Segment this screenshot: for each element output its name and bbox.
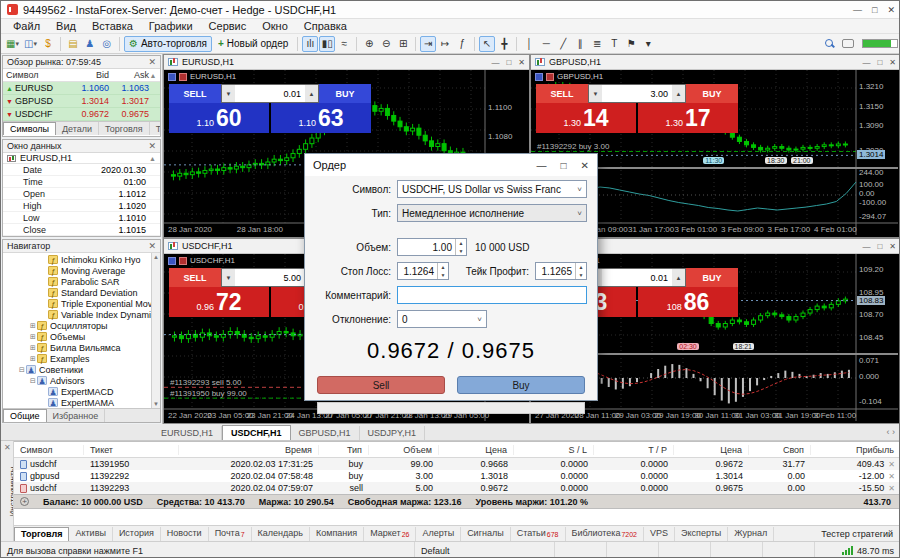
maximize-button[interactable]: □ — [877, 242, 882, 251]
column-header[interactable]: S / L — [514, 445, 594, 455]
new-order-button[interactable]: +Новый ордер — [213, 36, 293, 52]
close-button[interactable]: ✕ — [887, 5, 895, 15]
navigator-item-expertmacd[interactable]: ♟ExpertMACD — [3, 386, 160, 397]
arrows-button[interactable]: ⚑ — [623, 36, 639, 52]
data-window-close-icon[interactable]: ✕ — [148, 141, 156, 151]
candles-button[interactable]: ▮▯ — [319, 36, 335, 52]
toolbox-tab-календарь[interactable]: Календарь — [252, 527, 310, 541]
chart-shift-button[interactable]: ⇥ — [420, 36, 436, 52]
column-header[interactable]: Символ — [14, 445, 84, 455]
one-click-sell-button[interactable]: SELL — [536, 84, 588, 103]
order-dialog-title-bar[interactable]: Ордер — □ ✕ — [305, 154, 597, 176]
one-click-buy-button[interactable]: BUY — [686, 268, 738, 287]
chart-tab-usdchf-h1[interactable]: USDCHF,H1 — [222, 425, 291, 440]
expand-icon[interactable]: ⊞ — [29, 322, 37, 330]
deposit-button[interactable]: $ — [40, 36, 56, 52]
navigator-scrollbar[interactable]: ▲▼ — [151, 253, 160, 408]
toolbox-tab-история[interactable]: История — [113, 527, 161, 541]
sell-button[interactable]: Sell — [317, 376, 445, 394]
market-watch-tab-3[interactable]: Торговля — [99, 122, 150, 135]
expand-icon[interactable]: + — [20, 497, 29, 506]
close-button[interactable]: ✕ — [889, 58, 896, 67]
navigator-item-советники[interactable]: ⊟♟Советники — [3, 364, 160, 375]
collapse-icon[interactable]: ⊟ — [18, 366, 26, 374]
sell-price[interactable]: 0.9672 — [169, 287, 269, 317]
volume-decrease-icon[interactable]: ▼ — [589, 85, 602, 102]
expand-icon[interactable]: ⊞ — [29, 344, 37, 352]
auto-scroll-button[interactable]: ↦ — [437, 36, 453, 52]
menu-Графики[interactable]: Графики — [141, 20, 201, 32]
expand-icon[interactable]: ⊞ — [29, 355, 37, 363]
navigator-item-variable-index-dynamic-a[interactable]: ƒVariable Index Dynamic A — [3, 309, 160, 320]
toolbox-tab-активы[interactable]: Активы — [69, 527, 112, 541]
indicators-button[interactable]: ƒ — [454, 36, 470, 52]
toolbox-tab-сигналы[interactable]: Сигналы — [461, 527, 511, 541]
line-chart-button[interactable]: ≈ — [336, 36, 352, 52]
navigator-item-билла-вильямса[interactable]: ⊞ƒБилла Вильямса — [3, 342, 160, 353]
toolbox-tab-новости[interactable]: Новости — [161, 527, 209, 541]
buy-button[interactable]: Buy — [457, 376, 585, 394]
minimize-button[interactable]: — — [853, 5, 862, 15]
maximize-button[interactable]: □ — [506, 58, 511, 67]
text-button[interactable]: T — [606, 36, 622, 52]
cursor-button[interactable]: ↖ — [479, 36, 495, 52]
market-watch-tab-4[interactable]: Тики — [150, 122, 160, 135]
column-header[interactable]: Своп — [749, 445, 811, 455]
toolbox-tab-vps[interactable]: VPS — [644, 527, 675, 541]
objects-dropdown[interactable]: ▾ — [640, 36, 656, 52]
take-profit-input[interactable]: 1.1265 ▲▼ — [535, 262, 587, 280]
navigator-item-examples[interactable]: ⊞ƒExamples — [3, 353, 160, 364]
maximize-button[interactable]: □ — [872, 5, 877, 15]
column-header[interactable]: Цена — [674, 445, 749, 455]
column-header[interactable]: T / P — [594, 445, 674, 455]
navigator-item-moving-average[interactable]: ƒMoving Average — [3, 265, 160, 276]
volume-decrease-icon[interactable]: ▼ — [222, 269, 235, 286]
toolbox-tab-статьи[interactable]: Статьи678 — [511, 527, 566, 541]
deviation-select[interactable]: 0˅ — [397, 310, 487, 328]
close-button[interactable]: ✕ — [518, 58, 525, 67]
volume-decrease-icon[interactable]: ▼ — [222, 85, 235, 102]
toolbox-tab-библиотека[interactable]: Библиотека7202 — [566, 527, 645, 541]
dialog-close-button[interactable]: ✕ — [581, 160, 589, 171]
minimize-button[interactable]: — — [862, 242, 870, 251]
market-watch-tab-2[interactable]: Детали — [56, 122, 99, 135]
menu-Справка[interactable]: Справка — [296, 20, 355, 32]
buy-price[interactable]: 1.1063 — [271, 103, 371, 133]
zoom-in-button[interactable]: ⊕ — [361, 36, 377, 52]
market-watch-tab-1[interactable]: Символы — [3, 122, 56, 135]
status-profile[interactable]: Default — [415, 542, 555, 558]
stop-loss-input[interactable]: 1.1264 ▲▼ — [397, 262, 449, 280]
volume-input[interactable]: 1.00 ▲▼ — [397, 238, 467, 256]
volume-increase-icon[interactable]: ▲ — [672, 269, 685, 286]
chart-tab-eurusd-h1[interactable]: EURUSD,H1 — [153, 426, 222, 440]
scroll-up-icon[interactable]: ▲ — [149, 155, 156, 162]
collapse-icon[interactable]: ⊟ — [29, 377, 37, 385]
order-type-select[interactable]: Немедленное исполнение˅ — [397, 204, 587, 222]
buy-price[interactable]: 10886 — [638, 287, 738, 317]
market-watch-row-usdchf[interactable]: ▼USDCHF0.96720.9675 — [3, 108, 160, 121]
navigator-item-осцилляторы[interactable]: ⊞ƒОсцилляторы — [3, 320, 160, 331]
one-click-buy-button[interactable]: BUY — [319, 84, 371, 103]
channel-button[interactable]: ∥ — [572, 36, 588, 52]
chart-title-bar[interactable]: EURUSD,H1—□✕ — [164, 55, 529, 70]
scroll-up-icon[interactable]: ▲ — [149, 72, 157, 79]
menu-Сервис[interactable]: Сервис — [201, 20, 255, 32]
market-watch-button[interactable]: ▤ — [65, 36, 81, 52]
column-header[interactable]: Время — [179, 445, 319, 455]
market-watch-close-icon[interactable]: ✕ — [148, 57, 156, 67]
column-header[interactable]: Объем — [369, 445, 439, 455]
zoom-out-button[interactable]: ⊖ — [378, 36, 394, 52]
chart-title-bar[interactable]: GBPUSD,H1—□✕ — [531, 55, 900, 70]
dialog-minimize-button[interactable]: — — [537, 160, 547, 171]
navigator-close-icon[interactable]: ✕ — [148, 241, 156, 251]
toolbox-button[interactable]: ◎ — [99, 36, 115, 52]
menu-Вставка[interactable]: Вставка — [84, 20, 141, 32]
toolbox-tab-почта[interactable]: Почта7 — [209, 527, 252, 541]
minimize-button[interactable]: — — [862, 58, 870, 67]
symbol-select[interactable]: USDCHF, US Dollar vs Swiss Franc˅ — [397, 180, 587, 198]
new-chart-button[interactable]: ▦▾ — [4, 36, 21, 52]
close-button[interactable]: ✕ — [889, 242, 896, 251]
volume-increase-icon[interactable]: ▲ — [305, 85, 318, 102]
toolbox-tab-маркет[interactable]: Маркет26 — [364, 527, 416, 541]
navigator-item-standard-deviation[interactable]: ƒStandard Deviation — [3, 287, 160, 298]
